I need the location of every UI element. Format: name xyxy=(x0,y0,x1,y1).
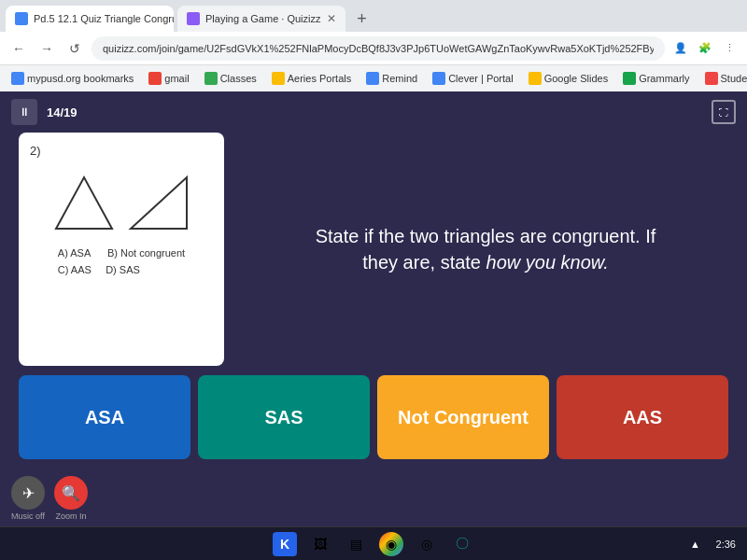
settings-icon[interactable]: ⋮ xyxy=(719,38,740,59)
bookmark-remind[interactable]: Remind xyxy=(362,70,421,87)
tab-bar: Pd.5 12.1 Quiz Triangle Congru... ✕ Play… xyxy=(0,0,747,32)
question-counter: 14/19 xyxy=(47,105,78,119)
bookmark-student-home[interactable]: Student Home | No... xyxy=(701,70,747,87)
answer-sas-button[interactable]: SAS xyxy=(198,375,370,459)
svg-marker-0 xyxy=(56,177,112,229)
question-image-box: 2) A) ASA B) Not congruent C) AAS D) SAS xyxy=(19,133,224,366)
taskbar: K 🖼 ▤ ◉ ◎ 〇 ▲ 2:36 xyxy=(0,526,747,560)
taskbar-icon-k[interactable]: K xyxy=(273,532,297,556)
bookmark-classes[interactable]: Classes xyxy=(201,70,261,87)
browser-icons: 👤 🧩 ⋮ xyxy=(670,38,740,59)
answer-options-text: A) ASA B) Not congruent C) AAS D) SAS xyxy=(58,245,185,278)
tab-close-quizizz[interactable]: ✕ xyxy=(327,12,336,25)
tab-favicon-quizizz xyxy=(187,12,200,25)
bookmark-label-gmail: gmail xyxy=(164,73,189,84)
question-text: State if the two triangles are congruent… xyxy=(299,223,672,275)
bookmark-label-student-home: Student Home | No... xyxy=(721,73,747,84)
taskbar-icon-chrome[interactable]: ◉ xyxy=(379,532,403,556)
taskbar-icon-files[interactable]: 🖼 xyxy=(308,532,332,556)
bookmark-grammarly[interactable]: Grammarly xyxy=(619,70,693,87)
bookmark-aeries[interactable]: Aeries Portals xyxy=(268,70,355,87)
bookmark-label-aeries: Aeries Portals xyxy=(288,73,351,84)
address-bar-row: ← → ↺ 👤 🧩 ⋮ xyxy=(0,32,747,65)
taskbar-icon-app1[interactable]: ◎ xyxy=(415,532,439,556)
extensions-icon[interactable]: 🧩 xyxy=(695,38,715,59)
music-off-button[interactable]: ✈ Music off xyxy=(11,476,45,521)
bookmark-icon-classes xyxy=(204,72,218,85)
zoom-in-icon: 🔍 xyxy=(54,476,88,510)
pause-button[interactable]: ⏸ xyxy=(11,99,37,125)
tab-favicon-quiz xyxy=(15,12,28,25)
zoom-in-button[interactable]: 🔍 Zoom In xyxy=(54,476,88,521)
bookmark-label-grammarly: Grammarly xyxy=(639,73,689,84)
taskbar-icon-window[interactable]: ▤ xyxy=(344,532,368,556)
answer-grid: ASA SAS Not Congruent AAS xyxy=(0,375,747,470)
bookmark-label-mypusd: mypusd.org bookmarks xyxy=(27,73,134,84)
zoom-in-label: Zoom In xyxy=(55,511,86,521)
taskbar-time: 2:36 xyxy=(716,539,736,550)
answer-asa-button[interactable]: ASA xyxy=(19,375,190,459)
bookmark-icon-student-home xyxy=(705,72,718,85)
profile-icon[interactable]: 👤 xyxy=(670,38,691,59)
answer-aas-button[interactable]: AAS xyxy=(557,375,728,459)
forward-button[interactable]: → xyxy=(35,37,58,60)
tab-label-quiz: Pd.5 12.1 Quiz Triangle Congru... xyxy=(34,13,174,24)
question-text-box: State if the two triangles are congruent… xyxy=(243,133,728,366)
quiz-bottombar: ✈ Music off 🔍 Zoom In xyxy=(0,470,747,526)
tab-quiz[interactable]: Pd.5 12.1 Quiz Triangle Congru... ✕ xyxy=(6,6,174,32)
bookmark-icon-mypusd xyxy=(11,72,24,85)
question-number: 2) xyxy=(30,144,41,158)
quiz-topbar: ⏸ 14/19 ⛶ xyxy=(0,91,747,133)
address-input[interactable] xyxy=(92,36,665,61)
triangle-image: A) ASA B) Not congruent C) AAS D) SAS xyxy=(30,163,213,355)
tab-label-quizizz: Playing a Game · Quizizz xyxy=(205,13,321,24)
tab-quizizz[interactable]: Playing a Game · Quizizz ✕ xyxy=(177,6,345,32)
bookmark-icon-aeries xyxy=(272,72,285,85)
bookmark-label-slides: Google Slides xyxy=(544,73,609,84)
fullscreen-button[interactable]: ⛶ xyxy=(712,100,736,124)
new-tab-button[interactable]: + xyxy=(349,6,375,32)
bookmark-label-classes: Classes xyxy=(220,73,257,84)
bookmarks-bar: mypusd.org bookmarks gmail Classes Aerie… xyxy=(0,65,747,91)
quiz-main-content: ⏸ 14/19 ⛶ 2) A) ASA B) Not congruent C) … xyxy=(0,91,747,526)
reload-button[interactable]: ↺ xyxy=(63,37,86,60)
bookmark-slides[interactable]: Google Slides xyxy=(525,70,613,87)
bookmark-clever[interactable]: Clever | Portal xyxy=(429,70,517,87)
music-off-icon: ✈ xyxy=(11,476,45,510)
bookmark-icon-grammarly xyxy=(623,72,636,85)
bookmark-icon-clever xyxy=(432,72,445,85)
music-off-label: Music off xyxy=(11,511,45,521)
taskbar-icon-app2[interactable]: 〇 xyxy=(450,532,474,556)
bookmark-label-remind: Remind xyxy=(382,73,417,84)
bookmark-label-clever: Clever | Portal xyxy=(448,73,514,84)
quiz-body: 2) A) ASA B) Not congruent C) AAS D) SAS… xyxy=(0,133,747,375)
answer-not-congruent-button[interactable]: Not Congruent xyxy=(377,375,549,459)
svg-marker-1 xyxy=(131,177,187,229)
back-button[interactable]: ← xyxy=(7,37,30,60)
bookmark-gmail[interactable]: gmail xyxy=(145,70,192,87)
triangles-svg xyxy=(30,163,213,238)
browser-chrome: Pd.5 12.1 Quiz Triangle Congru... ✕ Play… xyxy=(0,0,747,91)
wifi-icon: ▲ xyxy=(690,539,700,550)
bookmark-icon-gmail xyxy=(148,72,162,85)
bookmark-icon-remind xyxy=(366,72,379,85)
bookmark-mypusd[interactable]: mypusd.org bookmarks xyxy=(7,70,137,87)
bookmark-icon-slides xyxy=(529,72,542,85)
